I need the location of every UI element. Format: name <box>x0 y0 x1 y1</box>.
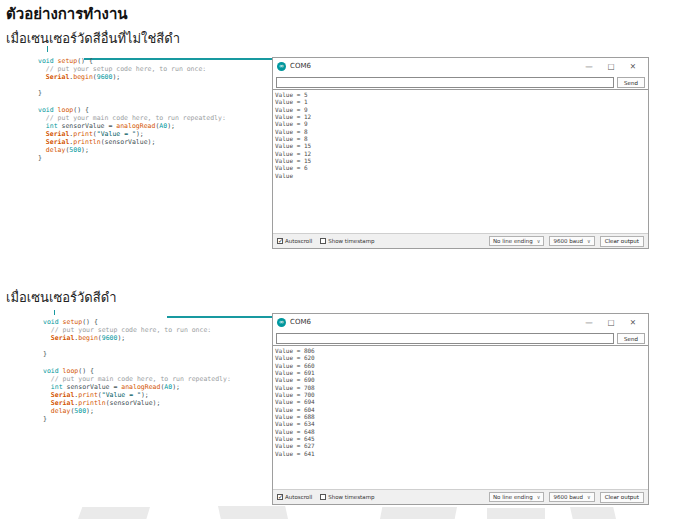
autoscroll-label: Autoscroll <box>285 494 312 500</box>
close-button[interactable]: ✕ <box>622 318 644 327</box>
code-line: Serial.print("Value = "); <box>43 391 231 399</box>
code-line: void setup() { <box>43 318 231 326</box>
arduino-code-block: void setup() { // put your setup code he… <box>38 57 226 162</box>
output-line: Value = 700 <box>275 391 648 398</box>
output-line: Value = 806 <box>275 347 648 354</box>
output-line: Value = 620 <box>275 354 648 361</box>
output-line: Value = 645 <box>275 435 648 442</box>
output-line: Value = 9 <box>275 106 648 113</box>
code-line <box>43 358 231 366</box>
output-line: Value = 5 <box>275 91 648 98</box>
section2-label: เมื่อเซนเซอร์วัดสีดำ <box>6 287 116 308</box>
window-titlebar[interactable]: ∞ COM6 — □ ✕ <box>273 314 648 330</box>
output-line: Value = 15 <box>275 142 648 149</box>
minimize-button[interactable]: — <box>578 318 600 327</box>
window-controls: — □ ✕ <box>578 62 644 71</box>
baud-rate-value: 9600 baud <box>553 238 583 244</box>
timestamp-label: Show timestamp <box>328 494 374 500</box>
timestamp-label: Show timestamp <box>328 238 374 244</box>
window-controls: — □ ✕ <box>578 318 644 327</box>
autoscroll-checkbox[interactable]: ✓ Autoscroll <box>277 238 312 244</box>
chevron-down-icon: ∨ <box>537 238 541 244</box>
line-ending-value: No line ending <box>493 494 533 500</box>
output-line: Value = 690 <box>275 376 648 383</box>
output-line: Value <box>275 172 648 179</box>
code-line: Serial.println(sensorValue); <box>38 138 226 146</box>
code-line: } <box>43 350 231 358</box>
checkbox-unchecked <box>320 238 326 244</box>
show-timestamp-checkbox[interactable]: Show timestamp <box>320 238 374 244</box>
code-line: int sensorValue = analogRead(A0); <box>43 383 231 391</box>
code-line <box>43 342 231 350</box>
serial-monitor-window: ∞ COM6 — □ ✕ Send Value = 5Value = 1Valu… <box>272 57 649 249</box>
minimize-button[interactable]: — <box>578 62 600 71</box>
check-icon: ✓ <box>278 493 283 500</box>
output-line: Value = 12 <box>275 150 648 157</box>
checkbox-checked: ✓ <box>277 238 283 244</box>
serial-input[interactable] <box>276 77 614 88</box>
bottombar-right-group: No line ending ∨ 9600 baud ∨ Clear outpu… <box>489 492 644 503</box>
clear-output-button[interactable]: Clear output <box>600 236 644 247</box>
output-line: Value = 648 <box>275 428 648 435</box>
output-line: Value = 641 <box>275 450 648 457</box>
baud-rate-value: 9600 baud <box>553 494 583 500</box>
output-line: Value = 604 <box>275 406 648 413</box>
clear-output-button[interactable]: Clear output <box>600 492 644 503</box>
background-shape <box>218 506 288 519</box>
maximize-button[interactable]: □ <box>600 62 622 71</box>
arduino-code-block: void setup() { // put your setup code he… <box>43 318 231 423</box>
bottombar-right-group: No line ending ∨ 9600 baud ∨ Clear outpu… <box>489 236 644 247</box>
window-titlebar[interactable]: ∞ COM6 — □ ✕ <box>273 58 648 74</box>
code-line: // put your main code here, to run repea… <box>38 114 226 122</box>
code-line: Serial.print("Value = "); <box>38 130 226 138</box>
code-line: // put your main code here, to run repea… <box>43 375 231 383</box>
output-line: Value = 688 <box>275 413 648 420</box>
section1-label: เมื่อเซนเซอร์วัดสีอื่นที่ไม่ใช่สีดำ <box>6 28 180 49</box>
output-line: Value = 627 <box>275 442 648 449</box>
serial-output[interactable]: Value = 806Value = 620Value = 660Value =… <box>273 345 648 490</box>
maximize-button[interactable]: □ <box>600 318 622 327</box>
chevron-down-icon: ∨ <box>587 238 591 244</box>
code-line: } <box>38 89 226 97</box>
code-line: delay(500); <box>38 146 226 154</box>
code-line: void loop() { <box>38 106 226 114</box>
code-line: void setup() { <box>38 57 226 65</box>
code-line: Serial.begin(9600); <box>43 334 231 342</box>
code-line: void loop() { <box>43 367 231 375</box>
line-ending-dropdown[interactable]: No line ending ∨ <box>489 236 544 246</box>
background-shape <box>570 507 616 519</box>
baud-rate-dropdown[interactable]: 9600 baud ∨ <box>549 492 594 502</box>
serial-monitor-bottombar: ✓ Autoscroll Show timestamp No line endi… <box>273 490 648 504</box>
serial-monitor-bottombar: ✓ Autoscroll Show timestamp No line endi… <box>273 234 648 248</box>
serial-input[interactable] <box>276 333 614 344</box>
line-ending-value: No line ending <box>493 238 533 244</box>
output-line: Value = 708 <box>275 384 648 391</box>
output-line: Value = 634 <box>275 420 648 427</box>
close-button[interactable]: ✕ <box>622 62 644 71</box>
send-button[interactable]: Send <box>617 77 645 88</box>
code-line: int sensorValue = analogRead(A0); <box>38 122 226 130</box>
baud-rate-dropdown[interactable]: 9600 baud ∨ <box>549 236 594 246</box>
output-line: Value = 694 <box>275 398 648 405</box>
output-line: Value = 8 <box>275 128 648 135</box>
line-ending-dropdown[interactable]: No line ending ∨ <box>489 492 544 502</box>
background-shape <box>78 507 150 519</box>
code-line <box>38 97 226 105</box>
arduino-icon: ∞ <box>277 318 286 327</box>
show-timestamp-checkbox[interactable]: Show timestamp <box>320 494 374 500</box>
send-button[interactable]: Send <box>617 333 645 344</box>
chevron-down-icon: ∨ <box>587 494 591 500</box>
autoscroll-checkbox[interactable]: ✓ Autoscroll <box>277 494 312 500</box>
code-line: Serial.println(sensorValue); <box>43 399 231 407</box>
background-shape <box>487 508 545 519</box>
output-line: Value = 9 <box>275 120 648 127</box>
code-line: // put your setup code here, to run once… <box>38 65 226 73</box>
code-line: } <box>38 154 226 162</box>
page-title: ตัวอย่างการทำงาน <box>6 2 128 26</box>
checkbox-checked: ✓ <box>277 494 283 500</box>
code-line: } <box>43 415 231 423</box>
output-line: Value = 1 <box>275 98 648 105</box>
serial-output[interactable]: Value = 5Value = 1Value = 9Value = 12Val… <box>273 89 648 234</box>
window-title: COM6 <box>290 62 311 70</box>
checkbox-unchecked <box>320 494 326 500</box>
